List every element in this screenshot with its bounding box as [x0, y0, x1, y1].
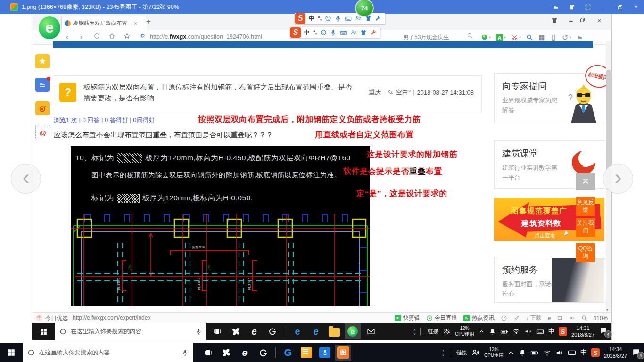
zoom-level[interactable]: 110% — [594, 315, 608, 321]
reload-icon[interactable] — [93, 33, 100, 40]
voice-icon[interactable] — [330, 29, 337, 36]
file-explorer-icon[interactable] — [328, 325, 340, 337]
sogou-logo[interactable]: S — [290, 27, 301, 38]
touch-keyboard-icon[interactable] — [568, 348, 576, 357]
people-icon[interactable] — [443, 328, 451, 336]
taskbar-search[interactable]: 在这里输入你要搜索的内容 — [55, 323, 206, 340]
tray-expand-icon[interactable] — [479, 329, 485, 335]
g-spiral-icon[interactable] — [257, 346, 269, 359]
volume-icon[interactable] — [524, 328, 532, 335]
browser-restore-button[interactable] — [579, 17, 591, 23]
cpu-meter[interactable]: 13%CPU使用 — [484, 347, 504, 359]
touch-keyboard-icon[interactable] — [536, 328, 544, 336]
mobile-icon[interactable] — [550, 34, 557, 41]
glodon-g-icon[interactable]: G — [282, 346, 294, 359]
start-button[interactable] — [0, 343, 23, 362]
menu-icon[interactable] — [548, 0, 564, 14]
toolbar-scroll-icons[interactable]: ∧∨ — [413, 328, 416, 335]
settings-wrench-icon[interactable] — [375, 15, 381, 22]
battery-icon[interactable] — [530, 348, 539, 357]
gift-icon[interactable] — [36, 314, 42, 321]
sogou-tray-icon[interactable]: S — [591, 348, 600, 357]
tray-expand-icon[interactable] — [508, 349, 514, 356]
cpu-meter[interactable]: 12%CPU使用 — [455, 326, 474, 337]
wallet-shield-icon[interactable]: ¥▾ — [481, 34, 491, 41]
sogou-punct-mode[interactable]: °, — [318, 15, 322, 22]
banner-cta[interactable]: 点击查看 — [535, 232, 555, 239]
back-icon[interactable]: ‹ — [66, 33, 68, 41]
notification-bell-icon[interactable] — [489, 328, 496, 335]
notepad-app-icon[interactable] — [300, 346, 313, 359]
emoji-icon[interactable] — [325, 15, 331, 22]
clock[interactable]: 14:312018/8/27 — [571, 325, 594, 338]
sogou-ime-mode[interactable]: 中 — [309, 15, 314, 23]
live-item[interactable]: 今日直播 — [426, 314, 457, 322]
fullscreen-icon[interactable] — [580, 0, 596, 14]
follow-us-button[interactable]: 关注我们 — [576, 218, 595, 237]
browser-minimize-button[interactable]: – — [565, 17, 577, 25]
ie-white-icon[interactable]: e — [248, 325, 260, 337]
screenshot-scissors-icon[interactable]: ▾ — [511, 34, 521, 41]
browser-close-button[interactable]: × — [594, 17, 605, 25]
magnifier-icon[interactable] — [526, 34, 533, 41]
ime-indicator[interactable]: 中 — [580, 348, 587, 357]
people-icon[interactable] — [471, 348, 480, 357]
taskbar-search[interactable]: 在这里输入你要搜索的内容 — [23, 343, 193, 362]
next-image-button[interactable]: › — [603, 164, 633, 194]
feedback-button[interactable]: 意见反馈 — [576, 197, 595, 216]
g-spiral-icon[interactable] — [266, 325, 279, 337]
boost-icon[interactable] — [513, 315, 520, 321]
scrollbar-down-arrow[interactable]: ▾ — [606, 308, 608, 312]
url-text[interactable]: http://e.fwxgx.com/question_1924706.html — [150, 33, 262, 40]
links-toolbar-label[interactable]: 链接 — [428, 328, 438, 335]
pinwheel-app-icon[interactable] — [230, 325, 242, 337]
news-feed-icon[interactable] — [35, 78, 50, 92]
mute-icon[interactable] — [569, 315, 575, 321]
status-left-label[interactable]: 今日优选 — [45, 314, 68, 322]
pinwheel-app-icon[interactable] — [220, 346, 232, 359]
task-view-icon[interactable] — [211, 325, 223, 337]
hot-search-text[interactable]: 男子53万现金庆生 — [403, 33, 449, 41]
search-icon[interactable] — [467, 33, 473, 39]
skin-shirt-icon[interactable] — [360, 29, 367, 36]
tab-close-icon[interactable]: × — [134, 20, 137, 27]
prev-image-button[interactable]: ‹ — [11, 164, 41, 194]
mail-at-icon[interactable]: @ — [35, 125, 50, 140]
home-icon[interactable] — [108, 33, 116, 40]
minimize-button[interactable]: – — [596, 0, 612, 14]
start-button[interactable] — [32, 323, 55, 340]
sogou-toolbar-2[interactable]: S 中 °, — [290, 27, 380, 38]
skin-icon[interactable] — [564, 0, 580, 14]
back-to-top-button[interactable] — [576, 173, 595, 190]
zoom-search-icon[interactable] — [581, 315, 587, 321]
favorite-star-icon[interactable] — [124, 33, 131, 40]
browser-tab[interactable]: 板钢筋为双层双向布置，且原位标 × — [61, 16, 147, 30]
task-view-icon[interactable] — [202, 346, 214, 359]
wifi-icon[interactable] — [543, 349, 551, 357]
sogou-ime-mode[interactable]: 中 — [304, 29, 310, 37]
apps-grid-icon[interactable] — [538, 34, 545, 41]
ie-blue-icon[interactable]: e — [310, 325, 322, 337]
question-stats[interactable]: 浏览1 次 | 0 回答 | 0 答得好 | 0问得好 — [54, 116, 155, 124]
weibo-icon[interactable] — [35, 101, 50, 115]
qq-consult-button[interactable]: QQ咨询 — [576, 243, 595, 262]
soft-keyboard-icon[interactable] — [345, 15, 352, 22]
action-center-icon[interactable]: 4 — [631, 348, 642, 357]
ie-white-icon[interactable]: e — [239, 346, 251, 359]
ime-indicator[interactable]: 中 — [548, 327, 554, 336]
quick-clip-item[interactable]: 快剪辑 — [395, 314, 420, 322]
picture-viewer-icon[interactable]: 图 — [337, 346, 349, 359]
favorites-star-icon[interactable] — [35, 54, 50, 68]
login-icon[interactable] — [350, 29, 357, 36]
close-button[interactable]: × — [628, 0, 644, 14]
sogou-logo[interactable]: S — [295, 13, 305, 24]
download-item[interactable]: ↓下载 — [526, 314, 542, 322]
toolbar-scroll-icons[interactable]: ∧∨ — [442, 349, 445, 356]
blue-tool-icon[interactable] — [319, 346, 331, 359]
notification-bell-icon[interactable] — [519, 349, 526, 356]
clock[interactable]: 14:342018/8/27 — [604, 346, 627, 360]
hot-news-item[interactable]: 热点资讯 — [463, 314, 495, 322]
forward-icon[interactable]: › — [80, 33, 83, 41]
browser-skin-icon[interactable] — [551, 17, 562, 24]
ie-mode-icon[interactable]: e — [548, 315, 551, 321]
